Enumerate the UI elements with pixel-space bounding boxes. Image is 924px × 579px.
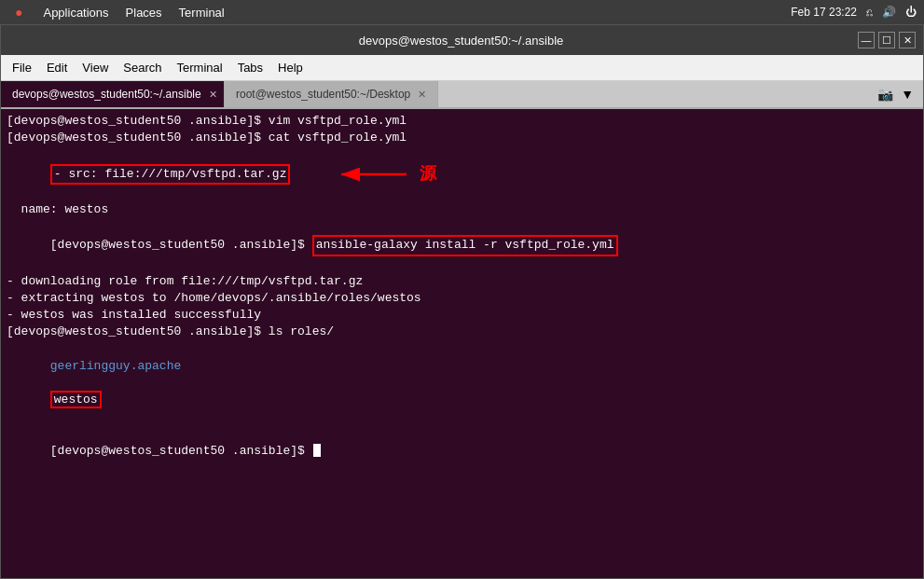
datetime-display: Feb 17 23:22: [791, 6, 857, 19]
term-line-name: name: westos: [7, 201, 917, 218]
menu-bar: File Edit View Search Terminal Tabs Help: [1, 55, 923, 81]
tab-label-root: root@westos_student50:~/Desktop: [236, 88, 410, 101]
menu-search[interactable]: Search: [116, 57, 169, 78]
space: [50, 376, 65, 390]
terminal-menu[interactable]: Terminal: [172, 4, 232, 21]
term-line-installed: - westos was installed successfully: [7, 307, 917, 324]
system-bar-left: ● Applications Places Terminal: [7, 3, 232, 21]
westos-highlight: westos: [50, 391, 102, 408]
terminal-content[interactable]: [devops@westos_student50 .ansible]$ vim …: [1, 109, 923, 578]
menu-view[interactable]: View: [75, 57, 116, 78]
term-line-1: [devops@westos_student50 .ansible]$ vim …: [7, 113, 917, 130]
tab-close-root[interactable]: ✕: [418, 89, 426, 101]
close-button[interactable]: ✕: [899, 32, 916, 48]
galaxy-cmd: ansible-galaxy install -r vsftpd_role.ym…: [312, 235, 618, 255]
places-menu[interactable]: Places: [118, 4, 170, 21]
menu-help[interactable]: Help: [270, 57, 310, 78]
cursor-block: [313, 444, 321, 457]
window-title: devops@westos_student50:~/.ansible: [64, 34, 858, 48]
system-bar-right: Feb 17 23:22 ⎌ 🔊 ⏻: [791, 6, 917, 19]
power-icon[interactable]: ⏻: [905, 6, 917, 19]
term-line-roles: geerlingguy.apache westos: [7, 340, 917, 425]
new-tab-button[interactable]: 📷: [874, 87, 897, 102]
distro-logo-icon: ●: [7, 3, 30, 21]
tab-close-devops[interactable]: ✕: [209, 89, 217, 101]
tab-dropdown-button[interactable]: ▼: [897, 87, 917, 102]
src-highlight: - src: file:///tmp/vsftpd.tar.gz: [50, 164, 291, 185]
term-line-galaxy: [devops@westos_student50 .ansible]$ ansi…: [7, 218, 917, 273]
window-controls: — ☐ ✕: [858, 32, 916, 48]
menu-tabs[interactable]: Tabs: [230, 57, 270, 78]
terminal-window: devops@westos_student50:~/.ansible — ☐ ✕…: [0, 24, 924, 579]
term-line-2: [devops@westos_student50 .ansible]$ cat …: [7, 130, 917, 146]
geerlingguy-link[interactable]: geerlingguy.apache: [50, 359, 181, 373]
network-icon: ⎌: [866, 6, 873, 19]
menu-terminal[interactable]: Terminal: [170, 57, 230, 78]
system-bar: ● Applications Places Terminal Feb 17 23…: [0, 0, 924, 24]
term-line-download: - downloading role from file:///tmp/vsft…: [7, 273, 917, 290]
tab-bar: devops@westos_student50:~/.ansible ✕ roo…: [1, 81, 923, 109]
tab-devops[interactable]: devops@westos_student50:~/.ansible ✕: [1, 81, 225, 107]
term-line-ls: [devops@westos_student50 .ansible]$ ls r…: [7, 324, 917, 340]
maximize-button[interactable]: ☐: [878, 32, 895, 48]
term-line-final: [devops@westos_student50 .ansible]$: [7, 425, 917, 476]
menu-edit[interactable]: Edit: [39, 57, 75, 78]
final-prompt: [devops@westos_student50 .ansible]$: [50, 444, 312, 458]
tab-label-devops: devops@westos_student50:~/.ansible: [12, 88, 201, 101]
galaxy-prompt: [devops@westos_student50 .ansible]$: [50, 238, 312, 252]
tab-extras: 📷 ▼: [868, 81, 923, 107]
title-bar: devops@westos_student50:~/.ansible — ☐ ✕: [1, 25, 923, 55]
volume-icon: 🔊: [882, 6, 896, 19]
menu-file[interactable]: File: [5, 57, 39, 78]
term-line-extract: - extracting westos to /home/devops/.ans…: [7, 290, 917, 307]
applications-menu[interactable]: Applications: [35, 4, 116, 21]
minimize-button[interactable]: —: [858, 32, 875, 48]
tab-root[interactable]: root@westos_student50:~/Desktop ✕: [225, 81, 438, 107]
term-line-src: - src: file:///tmp/vsftpd.tar.gz: [7, 146, 917, 201]
